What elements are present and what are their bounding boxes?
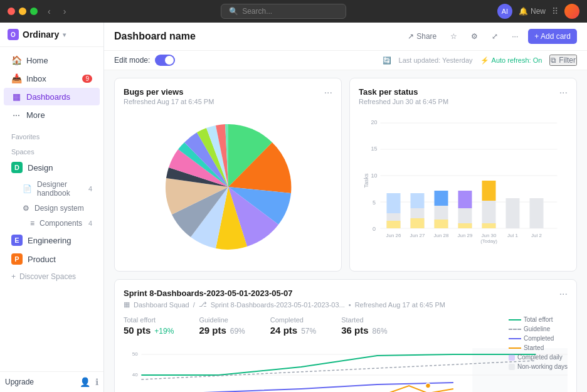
avatar[interactable]	[564, 4, 579, 19]
titlebar: ‹ › 🔍 Search... AI 🔔 New ⠿	[0, 0, 587, 23]
close-button[interactable]	[8, 8, 15, 15]
add-card-button[interactable]: + Add card	[528, 29, 577, 44]
toolbar: Edit mode: 🔄 Last updated: Yesterday ⚡ A…	[104, 51, 587, 70]
bar-jun29-yellow	[458, 223, 472, 228]
stat-completed-change: 57%	[301, 327, 316, 336]
toggle-switch[interactable]	[155, 55, 175, 66]
ai-badge[interactable]: AI	[497, 4, 512, 19]
legend-non-working-label: Non-working days	[517, 363, 568, 370]
search-bar[interactable]: 🔍 Search...	[221, 4, 346, 19]
svg-text:20: 20	[371, 119, 377, 125]
sprint-meta: ▦ Dashboard Squad / ⎇ Sprint 8-Dashboard…	[124, 300, 445, 309]
product-label: Product	[28, 255, 56, 264]
stat-guideline-change: 69%	[230, 327, 245, 336]
main-content: Dashboard name ↗ Share ☆ ⚙ ⤢ ··· +	[104, 23, 587, 392]
svg-text:Jun 30: Jun 30	[481, 233, 497, 238]
logo-text: Ordinary	[23, 29, 59, 40]
expand-button[interactable]: ⤢	[488, 29, 502, 43]
spaces-section: Spaces	[0, 143, 103, 158]
bugs-pie-chart	[124, 112, 332, 262]
sidebar-item-more[interactable]: ··· More	[4, 106, 100, 124]
upgrade-button[interactable]: Upgrade	[5, 378, 34, 386]
titlebar-right: AI 🔔 New ⠿	[497, 4, 579, 19]
svg-text:Jul 1: Jul 1	[507, 233, 518, 238]
svg-text:Tasks: Tasks	[363, 173, 369, 188]
chevron-down-icon: ▾	[63, 31, 66, 38]
ellipsis-icon: ···	[512, 32, 518, 41]
minimize-button[interactable]	[19, 8, 26, 15]
share-icon: ↗	[408, 32, 414, 41]
svg-text:Jun 27: Jun 27	[410, 233, 425, 238]
dashboard-squad-icon: ▦	[124, 300, 130, 309]
list-icon: ≡	[30, 219, 34, 228]
help-icon[interactable]: ℹ	[95, 377, 98, 387]
maximize-button[interactable]	[30, 8, 38, 15]
stat-started-value: 36 pts	[341, 325, 368, 336]
sidebar-item-dashboards[interactable]: ▦ Dashboards	[4, 88, 100, 105]
inbox-label: Inbox	[26, 74, 46, 83]
design-system-label: Design system	[34, 204, 84, 213]
engineering-space-icon: E	[11, 235, 23, 246]
share-button[interactable]: ↗ Share	[404, 29, 440, 43]
more-options-button[interactable]: ···	[508, 29, 522, 43]
sidebar-item-design-system[interactable]: ⚙ Design system	[4, 201, 100, 215]
bugs-chart-subtitle: Refreshed Aug 17 at 6:45 PM	[124, 98, 214, 105]
star-button[interactable]: ☆	[447, 29, 461, 43]
discover-spaces[interactable]: + Discover Spaces	[4, 269, 100, 284]
toggle-dot	[165, 56, 174, 65]
sidebar-item-designer-handbook[interactable]: 📄 Designer handbook 4	[4, 177, 100, 200]
sidebar-item-design[interactable]: D Design	[4, 159, 100, 176]
sprint-legend: Total effort Guideline Completed St	[509, 316, 568, 373]
more-icon: ···	[11, 110, 21, 120]
auto-refresh-toggle[interactable]: ⚡ Auto refresh: On	[480, 56, 542, 65]
sidebar-item-inbox[interactable]: 📥 Inbox 9	[4, 70, 100, 87]
dashboard-title: Dashboard name	[114, 31, 196, 42]
sprint-meta1: Dashboard Squad	[134, 301, 189, 309]
nav-forward-button[interactable]: ›	[60, 5, 70, 18]
task-chart-more-button[interactable]: ···	[559, 87, 568, 98]
legend-total-effort-label: Total effort	[524, 316, 553, 323]
discover-label: Discover Spaces	[19, 272, 76, 281]
legend-completed-daily-label: Completed daily	[517, 354, 563, 361]
started-dot	[425, 383, 430, 388]
svg-text:0: 0	[373, 226, 376, 232]
sidebar-item-components[interactable]: ≡ Components 4	[4, 216, 100, 230]
new-button[interactable]: 🔔 New	[519, 7, 546, 16]
svg-text:50: 50	[132, 351, 139, 357]
bell-icon: 🔔	[519, 7, 528, 16]
stat-guideline-label: Guideline	[199, 316, 245, 324]
bar-jun26-blue	[387, 193, 401, 213]
design-space-icon: D	[11, 162, 23, 173]
stat-started-change: 86%	[373, 327, 388, 336]
legend-total-effort: Total effort	[509, 316, 568, 323]
sprint-more-button[interactable]: ···	[559, 289, 568, 300]
dashboard-area: Bugs per views Refreshed Aug 17 at 6:45 …	[104, 70, 587, 392]
components-count: 4	[88, 220, 92, 227]
upgrade-label: Upgrade	[5, 378, 34, 386]
sidebar-item-home[interactable]: 🏠 Home	[4, 51, 100, 69]
task-bar-chart: 20 15 10 5 0 Tasks	[359, 112, 568, 262]
nav-back-button[interactable]: ‹	[44, 5, 55, 18]
sidebar-item-engineering[interactable]: E Engineering	[4, 231, 100, 249]
user-icon[interactable]: 👤	[80, 377, 90, 387]
bar-jun27-yellow	[411, 218, 425, 228]
sidebar-logo[interactable]: O Ordinary ▾	[8, 29, 66, 40]
sprint-separator: •	[349, 301, 351, 309]
svg-text:15: 15	[371, 146, 377, 152]
settings-button[interactable]: ⚙	[467, 29, 482, 43]
svg-text:Jul 2: Jul 2	[531, 233, 542, 238]
expand-icon: ⤢	[492, 32, 498, 41]
star-icon: ☆	[450, 32, 457, 41]
completed-line	[141, 383, 453, 392]
grid-icon[interactable]: ⠿	[552, 6, 558, 16]
nav-buttons: ‹ ›	[44, 5, 70, 18]
sprint-meta3: Refreshed Aug 17 at 6:45 PM	[355, 301, 445, 309]
designer-handbook-count: 4	[88, 185, 92, 193]
dashboards-icon: ▦	[11, 92, 21, 102]
sidebar-item-product[interactable]: P Product	[4, 250, 100, 268]
bar-jun28-yellow	[435, 220, 448, 228]
filter-button[interactable]: ⧉ Filter	[549, 55, 577, 66]
sidebar-footer: Upgrade 👤 ℹ	[0, 371, 103, 392]
bugs-chart-more-button[interactable]: ···	[324, 87, 332, 98]
stat-started: Started 36 pts 86%	[341, 316, 387, 336]
